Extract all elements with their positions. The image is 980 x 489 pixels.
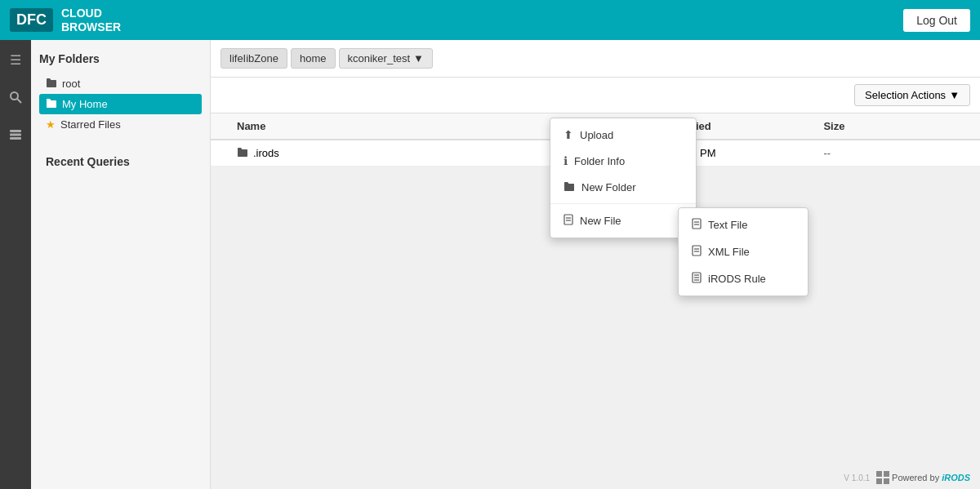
powered-by-label: Powered by: [892, 473, 939, 482]
breadcrumb-home[interactable]: home: [291, 48, 336, 69]
svg-line-1: [17, 99, 21, 103]
row-size: --: [823, 147, 970, 159]
menu-item-new-file[interactable]: New File: [550, 207, 696, 234]
folder-active-icon: [46, 98, 57, 110]
breadcrumb-bar: lifeIibZone home kconiker_test ▼: [211, 40, 980, 78]
menu-item-folder-info[interactable]: ℹ Folder Info: [550, 148, 696, 174]
sidebar-item-root[interactable]: root: [39, 73, 202, 94]
context-menu: ⬆ Upload ℹ Folder Info New Folder: [550, 118, 697, 238]
col-header-name: Name: [220, 120, 530, 132]
menu-item-upload[interactable]: ⬆ Upload: [550, 122, 696, 148]
row-folder-icon: [237, 147, 248, 159]
svg-rect-2: [10, 130, 21, 132]
logout-button[interactable]: Log Out: [903, 9, 970, 32]
irods-rule-icon: [692, 272, 702, 286]
svg-rect-11: [693, 246, 701, 256]
hamburger-menu-button[interactable]: ☰: [4, 48, 27, 71]
sidebar-item-root-label: root: [62, 78, 80, 90]
svg-rect-3: [10, 134, 21, 136]
selection-actions-button[interactable]: Selection Actions ▼: [854, 84, 970, 106]
menu-item-new-folder-label: New Folder: [581, 181, 635, 193]
sidebar-item-myhome-label: My Home: [62, 98, 108, 110]
submenu: Text File XML File: [678, 207, 808, 296]
menu-divider: [550, 203, 696, 204]
upload-icon: ⬆: [564, 128, 573, 141]
svg-point-0: [11, 92, 18, 100]
folder-icon: [46, 78, 57, 90]
logo-area: DFC CLOUD BROWSER: [10, 7, 121, 34]
irods-grid-icon: [876, 471, 889, 484]
irods-label: iRODS: [942, 473, 970, 482]
submenu-item-irods-rule[interactable]: iRODS Rule: [679, 265, 808, 292]
my-folders-label: My Folders: [39, 52, 202, 65]
layers-button[interactable]: [4, 123, 27, 146]
logo-line2: BROWSER: [61, 20, 121, 34]
text-file-icon: [692, 218, 702, 232]
layout: ☰ My Folders root: [0, 40, 980, 489]
selection-actions-chevron-icon: ▼: [949, 89, 960, 101]
search-button[interactable]: [4, 86, 27, 109]
submenu-item-text-file[interactable]: Text File: [679, 211, 808, 238]
submenu-item-xml-file[interactable]: XML File: [679, 238, 808, 265]
row-name: .irods: [253, 147, 279, 159]
footer: V 1.0.1 Powered by iRODS: [834, 466, 980, 489]
logo-line1: CLOUD: [61, 7, 121, 20]
xml-file-icon: [692, 245, 702, 259]
submenu-item-xml-file-label: XML File: [708, 246, 750, 258]
breadcrumb-lifelibzone[interactable]: lifeIibZone: [220, 48, 287, 69]
col-header-size: Size: [823, 120, 970, 132]
breadcrumb-kconiker-test[interactable]: kconiker_test ▼: [339, 48, 433, 69]
main-content: lifeIibZone home kconiker_test ▼ Selecti…: [211, 40, 980, 489]
sidebar: My Folders root My Home ★ Starred Files …: [31, 40, 211, 489]
menu-item-new-file-label: New File: [580, 215, 621, 227]
menu-item-folder-info-label: Folder Info: [574, 155, 625, 167]
sidebar-item-starred[interactable]: ★ Starred Files: [39, 114, 202, 135]
menu-item-upload-label: Upload: [580, 129, 613, 141]
sidebar-item-myhome[interactable]: My Home: [39, 94, 202, 114]
version-label: V 1.0.1: [844, 473, 870, 482]
logo-abbr: DFC: [10, 8, 53, 32]
app-header: DFC CLOUD BROWSER Log Out: [0, 0, 980, 40]
logo-text: CLOUD BROWSER: [61, 7, 121, 34]
svg-rect-4: [10, 137, 21, 140]
irods-logo: Powered by iRODS: [876, 471, 970, 484]
new-file-icon: [564, 214, 573, 228]
svg-rect-5: [564, 215, 572, 224]
submenu-item-text-file-label: Text File: [708, 219, 747, 231]
icon-bar: ☰: [0, 40, 31, 489]
new-folder-icon: [564, 180, 575, 193]
recent-queries-label: Recent Queries: [39, 151, 202, 172]
menu-item-new-folder[interactable]: New Folder: [550, 174, 696, 200]
chevron-down-icon: ▼: [413, 52, 424, 64]
submenu-item-irods-rule-label: iRODS Rule: [708, 273, 766, 285]
star-icon: ★: [46, 118, 56, 131]
sidebar-item-starred-label: Starred Files: [60, 118, 121, 131]
info-icon: ℹ: [564, 154, 568, 167]
toolbar: Selection Actions ▼: [211, 78, 980, 113]
svg-rect-8: [693, 219, 701, 229]
